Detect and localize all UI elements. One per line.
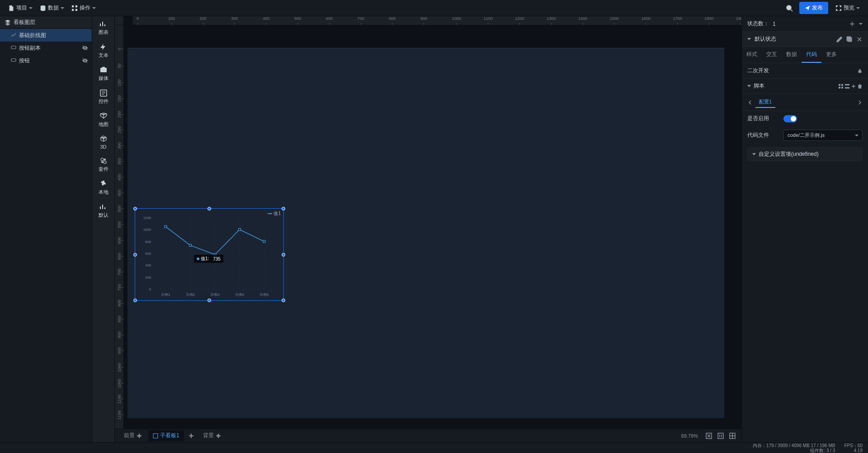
button-icon	[11, 45, 16, 51]
layer-item-2[interactable]: 按钮	[0, 54, 92, 67]
property-tab-3[interactable]: 代码	[802, 47, 821, 63]
config-tab-1[interactable]: 配置1	[755, 97, 775, 108]
preview-label: 预览	[844, 4, 854, 12]
chevron-left-icon[interactable]	[747, 100, 753, 105]
grid-icon[interactable]	[838, 84, 844, 89]
svg-text:0: 0	[149, 287, 151, 291]
delete-icon[interactable]	[857, 84, 863, 89]
category-icon	[99, 157, 108, 165]
property-tab-0[interactable]: 样式	[742, 47, 762, 63]
zoom-level: 69.79%	[681, 433, 698, 439]
hidden-icon[interactable]	[82, 57, 88, 64]
close-icon[interactable]	[856, 36, 863, 42]
svg-rect-7	[11, 59, 16, 61]
tab-fg-label: 前景	[124, 432, 135, 439]
custom-settings-accordion[interactable]: 自定义设置项(undefined)	[747, 147, 863, 161]
custom-settings-label: 自定义设置项(undefined)	[759, 150, 819, 158]
enable-toggle[interactable]	[783, 115, 797, 122]
publish-button[interactable]: 发布	[799, 2, 828, 14]
layer-label: 按钮	[19, 57, 30, 65]
chevron-down-icon	[92, 7, 96, 9]
chevron-down-icon	[29, 7, 33, 9]
svg-text:400: 400	[145, 263, 151, 267]
component-category-2[interactable]: 媒体	[92, 62, 114, 85]
svg-text:800: 800	[145, 240, 151, 244]
property-tabs: 样式交互数据代码更多	[742, 47, 868, 63]
actual-size-button[interactable]	[716, 431, 725, 440]
fit-screen-button[interactable]	[704, 431, 713, 440]
tab-background[interactable]: 背景	[198, 430, 226, 441]
tab-child-dashboard[interactable]: 子看板1	[148, 430, 184, 441]
selected-chart-widget[interactable]: 值1 020040060080010001200示例1示例2示例3示例4示例5 …	[135, 208, 284, 301]
menu-actions[interactable]: 操作	[68, 2, 99, 14]
component-category-6[interactable]: 套件	[92, 153, 114, 176]
chevron-down-icon[interactable]	[859, 23, 863, 25]
status-bar: 内存：179 / 3909 / 4096 MB 17 / 196 MB 组件数:…	[0, 442, 868, 453]
property-tab-1[interactable]: 交互	[762, 47, 782, 63]
category-label: 地图	[99, 121, 108, 128]
plus-icon[interactable]	[137, 433, 142, 439]
component-category-5[interactable]: 3D	[92, 131, 114, 153]
component-category-4[interactable]: 地图	[92, 108, 114, 131]
svg-rect-43	[153, 434, 158, 438]
tab-foreground[interactable]: 前景	[119, 430, 146, 441]
svg-rect-41	[238, 229, 241, 231]
copy-icon[interactable]	[846, 36, 853, 42]
edit-icon[interactable]	[836, 36, 843, 42]
menu-project-label: 项目	[16, 4, 27, 12]
category-label: 媒体	[99, 75, 108, 82]
svg-rect-38	[165, 225, 167, 228]
menu-project[interactable]: 项目	[5, 2, 36, 14]
lock-icon[interactable]	[857, 68, 863, 74]
default-state-row[interactable]: 默认状态	[742, 32, 868, 47]
chart-tooltip: 值1: 735	[194, 255, 223, 263]
svg-rect-8	[100, 68, 107, 72]
list-icon[interactable]	[844, 84, 850, 89]
canvas[interactable]: 值1 020040060080010001200示例1示例2示例3示例4示例5 …	[124, 25, 741, 429]
layer-label: 按钮副本	[19, 44, 41, 52]
version-status: 4.19	[854, 448, 863, 453]
svg-rect-45	[718, 433, 723, 439]
svg-text:1200: 1200	[143, 216, 151, 220]
category-label: 默认	[99, 212, 108, 219]
layer-item-1[interactable]: 按钮副本	[0, 42, 92, 54]
grid-toggle-button[interactable]	[728, 431, 737, 440]
code-file-select[interactable]: code/二开示例.js	[783, 130, 863, 141]
component-category-3[interactable]: 控件	[92, 85, 114, 108]
category-label: 文本	[99, 52, 108, 59]
add-tab-button[interactable]	[186, 430, 197, 441]
plus-icon[interactable]	[851, 84, 856, 89]
property-tab-4[interactable]: 更多	[821, 47, 841, 63]
plus-icon	[188, 433, 194, 439]
property-tab-2[interactable]: 数据	[782, 47, 802, 63]
config-tabs: 配置1	[742, 94, 868, 111]
plus-icon[interactable]	[849, 21, 855, 27]
button-icon	[11, 57, 16, 64]
svg-text:200: 200	[145, 276, 151, 280]
tab-child-label: 子看板1	[160, 432, 179, 439]
svg-rect-53	[845, 84, 849, 85]
category-icon	[99, 43, 108, 51]
component-category-7[interactable]: 本地	[92, 176, 114, 199]
line-chart-icon	[11, 32, 16, 39]
search-button[interactable]	[783, 2, 796, 14]
chevron-down-icon	[747, 38, 751, 40]
component-category-8[interactable]: 默认	[92, 199, 114, 222]
tab-bg-label: 背景	[203, 432, 214, 439]
menu-data-label: 数据	[48, 4, 59, 12]
component-category-0[interactable]: 图表	[92, 16, 114, 39]
layer-item-0[interactable]: 基础折线图	[0, 29, 92, 42]
svg-text:示例1: 示例1	[161, 293, 170, 297]
svg-rect-3	[72, 9, 74, 10]
svg-text:1000: 1000	[143, 228, 151, 232]
category-icon	[99, 203, 108, 211]
grid-icon	[729, 433, 736, 439]
fps-status: FPS：60	[844, 443, 863, 448]
plus-icon[interactable]	[216, 433, 221, 439]
component-category-1[interactable]: 文本	[92, 39, 114, 62]
send-icon	[805, 5, 810, 11]
chevron-right-icon[interactable]	[857, 100, 863, 105]
menu-data[interactable]: 数据	[36, 2, 68, 14]
preview-button[interactable]: 预览	[832, 2, 863, 14]
hidden-icon[interactable]	[82, 45, 88, 51]
